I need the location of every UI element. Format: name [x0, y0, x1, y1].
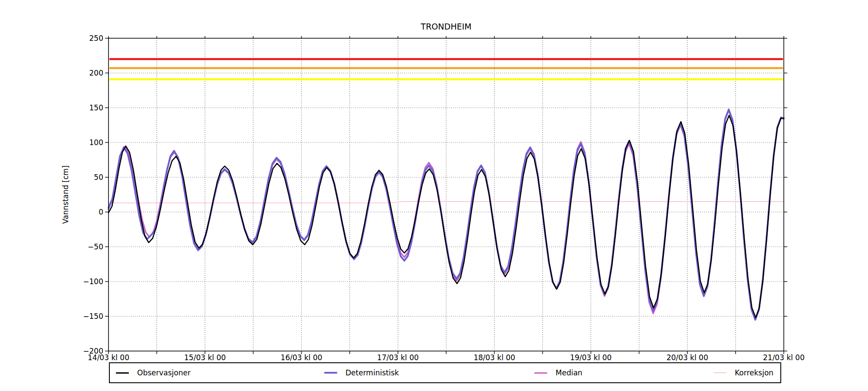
legend-item-korreksjon: Korreksjon	[713, 363, 773, 382]
y-axis-label: Vannstand [cm]	[61, 147, 71, 242]
y-tick-label: 150	[52, 103, 103, 112]
y-tick-label: 100	[52, 138, 103, 147]
series-observasjoner	[108, 116, 784, 318]
y-tick-label: 50	[52, 173, 103, 182]
y-tick-label: 200	[52, 69, 103, 77]
legend-line-sample	[324, 372, 337, 374]
x-tick-label: 21/03 kl 00	[749, 353, 819, 362]
legend-label: Observasjoner	[137, 368, 191, 377]
x-tick-label: 14/03 kl 00	[74, 353, 143, 362]
legend-item-observasjoner: Observasjoner	[116, 363, 191, 382]
y-tick-label: −50	[52, 242, 103, 251]
legend-label: Median	[556, 368, 582, 377]
x-tick-label: 15/03 kl 00	[170, 353, 240, 362]
legend-line-sample	[116, 372, 129, 374]
legend-item-deterministisk: Deterministisk	[324, 363, 399, 382]
y-tick-label: −150	[52, 312, 103, 321]
y-tick-label: 250	[52, 34, 103, 43]
x-tick-label: 16/03 kl 00	[267, 353, 336, 362]
y-tick-label: −100	[52, 277, 103, 286]
legend: ObservasjonerDeterministiskMedianKorreks…	[109, 362, 781, 383]
chart-title: TRONDHEIM	[108, 22, 784, 31]
legend-item-median: Median	[534, 363, 582, 382]
series-korreksjon	[108, 202, 784, 203]
y-tick-label: 0	[52, 208, 103, 216]
legend-line-sample	[534, 372, 547, 374]
legend-line-sample	[713, 372, 727, 373]
figure-trondheim-water-level: TRONDHEIM Vannstand [cm] 250200150100500…	[0, 0, 868, 391]
x-tick-label: 20/03 kl 00	[653, 353, 722, 362]
legend-label: Deterministisk	[345, 368, 399, 377]
x-tick-label: 17/03 kl 00	[363, 353, 433, 362]
legend-label: Korreksjon	[735, 368, 773, 377]
plot-area	[0, 0, 868, 391]
x-tick-label: 19/03 kl 00	[556, 353, 625, 362]
x-tick-label: 18/03 kl 00	[460, 353, 529, 362]
